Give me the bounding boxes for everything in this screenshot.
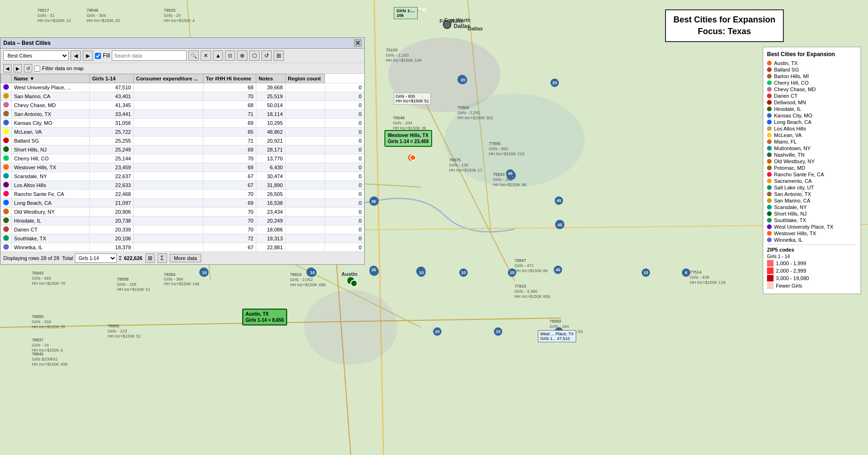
filter-map-checkbox[interactable]: [34, 65, 40, 72]
svg-text:HH Inc+$150K 219: HH Inc+$150K 219: [489, 152, 524, 156]
row-ter: 69: [203, 145, 256, 154]
col-name-header[interactable]: Name ▼: [12, 74, 90, 83]
panel-toolbar: Best Cities ◀ ▶ Fill 🔍 ✕ ▲ ⊙ ⊕ ⬡ ↺ ⊞: [0, 49, 364, 63]
total-value: 622,626: [124, 255, 143, 261]
highway-10-3: 10: [417, 268, 426, 277]
filter-left-btn[interactable]: ◀: [3, 64, 12, 72]
table-row[interactable]: San Marino, CA 43,401 70 25,519 0: [1, 92, 364, 101]
row-girls: 43,401: [90, 92, 134, 101]
arrow-tool[interactable]: ▲: [213, 51, 223, 61]
table-row[interactable]: Chevy Chase, MD 41,345 68 50,014 0: [1, 101, 364, 110]
svg-text:77856: 77856: [489, 141, 500, 146]
search-input[interactable]: [112, 51, 187, 61]
table-row[interactable]: Westover Hills, TX 23,459 69 6,430 0: [1, 163, 364, 172]
svg-text:78880: 78880: [32, 314, 43, 319]
svg-point-12: [304, 290, 398, 365]
row-color-cell: [1, 243, 12, 252]
row-ter: 70: [203, 217, 256, 225]
row-hhi: 26,505: [256, 190, 285, 199]
row-color-cell: [1, 234, 12, 243]
dataset-dropdown[interactable]: Best Cities: [3, 51, 69, 61]
westuniv-bubble: West ... Place, TXGirls 1... 47,510: [538, 330, 576, 342]
legend-item-label: Dellwood, MN: [774, 100, 806, 105]
col-notes-header[interactable]: Notes: [256, 74, 285, 83]
table-row[interactable]: Old Westbury, NY 20,906 70 23,434 0: [1, 208, 364, 217]
table-row[interactable]: Los Altos Hills 22,633 67 31,890 0: [1, 181, 364, 190]
filter-right-btn[interactable]: ▶: [14, 64, 22, 72]
sigma-btn[interactable]: Σ: [158, 253, 167, 263]
table-row[interactable]: Hinsdale, IL 20,738 70 20,249 0: [1, 217, 364, 225]
row-notes: [285, 163, 325, 172]
row-hhi: 50,014: [256, 101, 285, 110]
fill-checkbox[interactable]: [95, 53, 101, 59]
row-color-dot: [3, 182, 9, 188]
legend-item-label: Potomac, MD: [774, 165, 805, 171]
svg-text:79546: 79546: [87, 8, 98, 13]
legend-item: West University Place, TX: [767, 224, 857, 230]
more-data-button[interactable]: More data: [170, 254, 202, 262]
col-ter-header[interactable]: Ter #HH Hi Income: [203, 74, 256, 83]
refresh-tool[interactable]: ↺: [261, 51, 272, 61]
svg-text:HH Inc+$150K 488: HH Inc+$150K 488: [290, 282, 326, 287]
svg-text:75103: 75103: [386, 48, 398, 52]
table-row[interactable]: Darien CT 20,339 70 18,086 0: [1, 225, 364, 234]
legend-item-label: San Antonio, TX: [774, 191, 811, 197]
table-row[interactable]: Rancho Sante Fe, CA 22,468 70 26,505 0: [1, 190, 364, 199]
table-row[interactable]: Kansas City, MO 31,056 69 10,295 0: [1, 119, 364, 128]
row-notes: [285, 128, 325, 137]
filter-refresh-btn[interactable]: ↺: [24, 64, 32, 72]
nav-right-button[interactable]: ▶: [83, 51, 93, 61]
circle-tool[interactable]: ⊙: [225, 51, 235, 61]
panel-close-button[interactable]: ✕: [354, 39, 362, 47]
legend-color-dot: [767, 133, 772, 137]
legend-color-dot: [767, 192, 772, 196]
col-girls-header[interactable]: Girls 1-14: [90, 74, 134, 83]
copy-icon[interactable]: ⊞: [145, 253, 155, 263]
legend-zip-section: ZIP5 codes Girls 1 - 14 1,000 - 1,9992,0…: [767, 247, 857, 289]
legend-color-dot: [767, 61, 772, 65]
clear-icon[interactable]: ✕: [201, 51, 211, 61]
data-table: Name ▼ Girls 1-14 Consumer expenditure .…: [0, 74, 364, 252]
legend-zip-items: 1,000 - 1,9992,000 - 2,9993,000 - 19,080…: [767, 260, 857, 289]
row-notes: [285, 225, 325, 234]
row-region: 0: [325, 137, 364, 145]
export-tool[interactable]: ⊞: [274, 51, 284, 61]
table-row[interactable]: Long Beach, CA 21,097 69 16,538 0: [1, 199, 364, 208]
search-icon[interactable]: 🔍: [188, 51, 199, 61]
row-color-dot: [3, 217, 9, 223]
total-field-select[interactable]: Girls 1-14: [75, 253, 117, 263]
svg-text:HH Inc+$150K 20: HH Inc+$150K 20: [87, 18, 120, 23]
legend-zip-color: [767, 260, 774, 267]
table-row[interactable]: Cherry Hill, CO 25,144 70 13,770 0: [1, 154, 364, 163]
table-row[interactable]: Southlake, TX 20,106 72 19,313 0: [1, 234, 364, 243]
table-row[interactable]: West University Place, ... 47,510 68 39,…: [1, 83, 364, 92]
row-region: 0: [325, 154, 364, 163]
highway-10-7: 6: [682, 268, 690, 277]
row-name: West University Place, ...: [12, 83, 90, 92]
col-consumer-header[interactable]: Consumer expenditure ...: [133, 74, 203, 83]
legend-zip-range-item: Fewer Girls: [767, 282, 857, 289]
row-name: Winnetka, IL: [12, 243, 90, 252]
polygon-tool[interactable]: ⬡: [249, 51, 260, 61]
svg-text:Girls - 123: Girls - 123: [108, 329, 127, 333]
select-tool[interactable]: ⊕: [237, 51, 247, 61]
row-girls: 47,510: [90, 83, 134, 92]
table-row[interactable]: San Antonio, TX 33,441 71 18,114 0: [1, 110, 364, 119]
table-row[interactable]: Short Hills, NJ 25,249 69 28,171 0: [1, 145, 364, 154]
legend-item: Winnetka, IL: [767, 237, 857, 243]
row-consumer: [133, 243, 203, 252]
svg-text:Girls - 158: Girls - 158: [117, 282, 137, 287]
row-consumer: [133, 92, 203, 101]
svg-text:Girls - 31: Girls - 31: [37, 13, 55, 18]
bubble-city: Austin, TX: [246, 311, 284, 317]
row-region: 0: [325, 92, 364, 101]
col-region-header[interactable]: Region count: [285, 74, 325, 83]
legend-item-label: Barton Hills, MI: [774, 73, 809, 79]
nav-left-button[interactable]: ◀: [71, 51, 81, 61]
row-hhi: 18,114: [256, 110, 285, 119]
table-row[interactable]: McLean, VA 25,722 65 48,862 0: [1, 128, 364, 137]
data-table-wrapper[interactable]: Name ▼ Girls 1-14 Consumer expenditure .…: [0, 74, 364, 252]
table-row[interactable]: Ballard SG 25,255 71 20,921 0: [1, 137, 364, 145]
table-row[interactable]: Scarsdale, NY 22,637 67 30,474 0: [1, 172, 364, 181]
table-row[interactable]: Winnetka, IL 18,379 67 22,881 0: [1, 243, 364, 252]
